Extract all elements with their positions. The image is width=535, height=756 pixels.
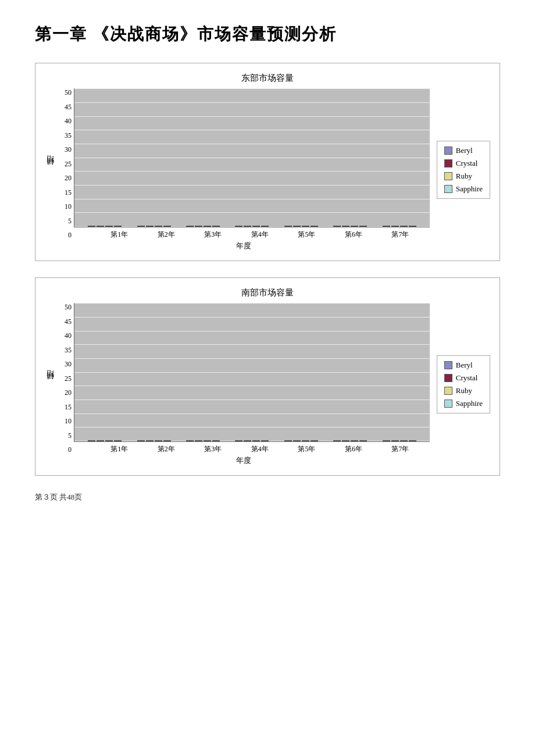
legend-color-box (444, 400, 452, 408)
bar-Beryl-year4 (235, 226, 242, 227)
bar-Crystal-year6 (342, 226, 349, 227)
legend-label: Crystal (456, 159, 478, 168)
bar-Ruby-year3 (204, 226, 211, 227)
legend-item: Crystal (444, 159, 483, 168)
y-axis-label: 销 结 (45, 88, 55, 251)
y-tick: 30 (58, 360, 72, 369)
bar-Beryl-year7 (383, 440, 390, 441)
legend-label: Sapphire (456, 399, 483, 408)
bar-Sapphire-year6 (359, 226, 367, 227)
bar-Ruby-year1 (105, 226, 113, 227)
bar-group (88, 226, 122, 227)
bar-Ruby-year3 (204, 440, 211, 441)
legend-color-box (444, 185, 452, 193)
bar-Sapphire-year3 (212, 440, 220, 441)
bar-group (235, 440, 269, 441)
x-label: 第7年 (391, 230, 409, 240)
bar-group (333, 440, 367, 441)
legend-item: Crystal (444, 373, 483, 383)
bar-Beryl-year3 (186, 440, 194, 441)
y-tick: 0 (58, 445, 72, 454)
x-label: 第1年 (110, 230, 128, 240)
x-axis-title: 年度 (58, 241, 430, 251)
bar-Sapphire-year2 (163, 226, 171, 227)
bar-Crystal-year2 (146, 226, 154, 227)
bar-group (284, 226, 318, 227)
bar-Sapphire-year7 (409, 226, 416, 227)
bar-Beryl-year6 (333, 440, 341, 441)
bar-Crystal-year6 (342, 440, 349, 441)
legend-label: Ruby (456, 386, 472, 395)
bar-Beryl-year6 (333, 226, 341, 227)
bar-Ruby-year5 (302, 440, 309, 441)
legend-label: Beryl (456, 361, 473, 370)
bars-row (74, 303, 430, 441)
legend-label: Beryl (456, 146, 473, 155)
bar-Beryl-year1 (88, 440, 95, 441)
legend-item: Beryl (444, 146, 483, 155)
chart-title-east: 东部市场容量 (45, 73, 490, 84)
bar-Crystal-year4 (244, 440, 251, 441)
y-tick: 15 (58, 188, 72, 197)
bar-group (137, 226, 171, 227)
bar-Ruby-year4 (252, 440, 260, 441)
legend-color-box (444, 147, 452, 155)
bar-Sapphire-year3 (212, 226, 220, 227)
bar-Crystal-year1 (97, 226, 104, 227)
x-label: 第2年 (158, 230, 175, 240)
bar-Beryl-year2 (137, 226, 145, 227)
bar-Sapphire-year4 (261, 226, 269, 227)
bar-group (333, 226, 367, 227)
chart-title-south: 南部市场容量 (45, 287, 490, 298)
bar-group (284, 440, 318, 441)
y-tick: 45 (58, 318, 72, 326)
bar-Crystal-year1 (97, 440, 104, 441)
bar-Ruby-year6 (351, 440, 358, 441)
y-tick: 35 (58, 131, 72, 140)
y-tick: 50 (58, 303, 72, 312)
bar-Ruby-year7 (400, 226, 408, 227)
x-label: 第7年 (391, 444, 409, 454)
bar-Crystal-year3 (195, 226, 202, 227)
x-label: 第6年 (345, 444, 362, 454)
bar-Beryl-year5 (284, 226, 292, 227)
y-tick: 25 (58, 375, 72, 383)
legend-color-box (444, 387, 452, 395)
bar-group (88, 440, 122, 441)
chart-east: 东部市场容量销 结05101520253035404550第1年第2年第3年第4… (35, 63, 500, 261)
bar-Sapphire-year5 (311, 226, 318, 227)
legend-label: Sapphire (456, 184, 483, 194)
bar-Beryl-year1 (88, 226, 95, 227)
bar-Crystal-year4 (244, 226, 251, 227)
bar-Crystal-year7 (391, 440, 399, 441)
bar-Ruby-year6 (351, 226, 358, 227)
y-tick: 0 (58, 231, 72, 240)
legend-color-box (444, 361, 452, 369)
x-label: 第3年 (204, 230, 222, 240)
x-label: 第2年 (158, 444, 175, 454)
bar-group (186, 440, 220, 441)
bar-Ruby-year2 (155, 440, 162, 441)
y-tick: 10 (58, 202, 72, 211)
y-axis-label: 销 结 (45, 303, 55, 466)
page-footer: 第３页 共48页 (35, 492, 500, 502)
y-tick: 10 (58, 417, 72, 426)
bar-Sapphire-year4 (261, 440, 269, 441)
bar-Ruby-year2 (155, 226, 162, 227)
x-label: 第1年 (110, 444, 128, 454)
y-tick: 5 (58, 217, 72, 226)
x-label: 第5年 (298, 444, 315, 454)
x-label: 第4年 (251, 230, 269, 240)
page-title: 第一章 《决战商场》市场容量预测分析 (35, 23, 500, 45)
legend-label: Ruby (456, 172, 472, 181)
x-label: 第5年 (298, 230, 315, 240)
y-tick: 5 (58, 432, 72, 440)
bar-Crystal-year3 (195, 440, 202, 441)
chart-south: 南部市场容量销 结05101520253035404550第1年第2年第3年第4… (35, 277, 500, 476)
bar-Sapphire-year7 (409, 440, 416, 441)
x-axis-title: 年度 (58, 455, 430, 466)
y-tick: 15 (58, 403, 72, 412)
bar-group (186, 226, 220, 227)
y-tick: 40 (58, 117, 72, 126)
y-tick: 25 (58, 160, 72, 169)
